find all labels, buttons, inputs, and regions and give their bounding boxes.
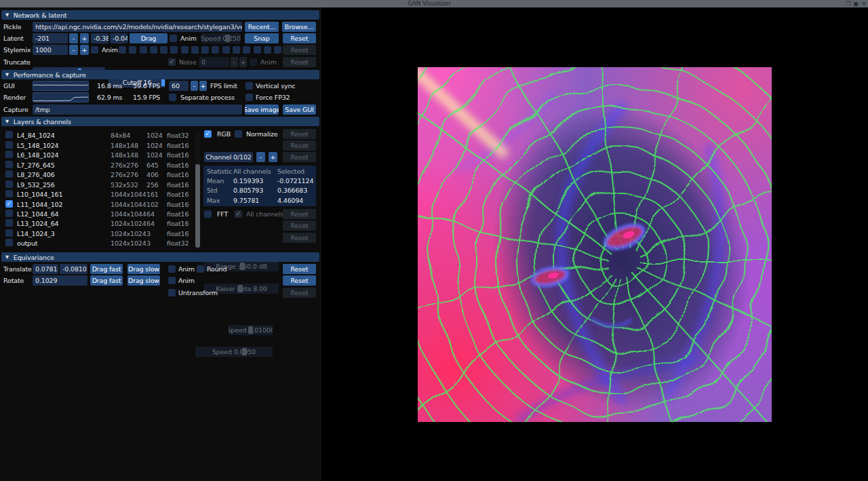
browse-button[interactable]: Browse... — [282, 22, 316, 32]
latent-anim-checkbox[interactable] — [170, 35, 177, 42]
layer-checkbox[interactable] — [5, 161, 13, 168]
stylemix-layer-checkbox-3[interactable] — [150, 46, 157, 54]
latent-y-field[interactable]: -0.04 — [110, 33, 127, 43]
window-titlebar[interactable]: GAN Visualizer ❐ ▣ ✕ — [0, 0, 868, 7]
layer-name[interactable]: L5_148_1024 — [17, 142, 59, 149]
channel-minus-button[interactable]: - — [256, 152, 265, 162]
stylemix-seed-minus-button[interactable]: - — [69, 45, 78, 55]
restore-icon[interactable]: ❐ — [846, 1, 850, 7]
section-header-equivariance[interactable]: ▼ Equivariance — [1, 252, 319, 262]
separate-process-checkbox[interactable] — [169, 94, 176, 101]
translate-reset-button[interactable]: Reset — [283, 264, 316, 274]
vsync-checkbox[interactable] — [245, 82, 253, 90]
stylemix-layer-checkbox-2[interactable] — [140, 46, 147, 54]
normalize-checkbox[interactable] — [235, 130, 242, 138]
stylemix-layer-checkbox-12[interactable] — [243, 46, 250, 54]
rotate-drag-fast-button[interactable]: Drag fast — [90, 275, 123, 286]
translate-x-field[interactable]: 0.0781 — [33, 264, 58, 274]
stylemix-layer-checkbox-9[interactable] — [212, 46, 219, 54]
layer-checkbox[interactable] — [5, 239, 13, 246]
layer-checkbox[interactable] — [5, 151, 13, 158]
latent-label: Latent — [3, 35, 24, 42]
layer-checkbox[interactable] — [5, 170, 13, 178]
stylemix-layer-checkbox-0[interactable] — [119, 46, 126, 54]
channel-plus-button[interactable]: + — [269, 152, 277, 162]
layer-checkbox[interactable] — [5, 131, 13, 138]
layer-checkbox[interactable] — [5, 210, 13, 217]
translate-round-checkbox[interactable] — [197, 265, 204, 273]
gan-output-image[interactable] — [418, 67, 772, 422]
rotate-value-field[interactable]: 0.1029 — [33, 275, 87, 286]
rotate-anim-checkbox[interactable] — [168, 277, 176, 284]
recent-button[interactable]: Recent... — [245, 22, 279, 32]
layer-name[interactable]: L9_532_256 — [17, 181, 55, 189]
channel-drag[interactable]: Channel 0/102 — [204, 152, 253, 162]
layer-name[interactable]: L11_1044_102 — [17, 201, 62, 208]
stylemix-layer-checkbox-10[interactable] — [222, 46, 230, 54]
stylemix-layer-checkbox-14[interactable] — [264, 46, 271, 54]
stylemix-layer-checkbox-4[interactable] — [160, 46, 167, 54]
latent-speed-slider[interactable]: Speed 0.250 — [201, 33, 241, 43]
rgb-checkbox[interactable] — [204, 130, 212, 138]
latent-x-field[interactable]: -0.38 — [91, 33, 108, 43]
stylemix-layer-checkbox-8[interactable] — [201, 46, 209, 54]
layer-checkbox-checked[interactable] — [5, 200, 13, 208]
layer-name[interactable]: L7_276_645 — [17, 161, 55, 169]
layer-res: 148x148 — [111, 151, 138, 159]
save-image-button[interactable]: Save image — [245, 104, 279, 115]
stylemix-layer-checkbox-1[interactable] — [129, 46, 136, 54]
force-fp32-checkbox[interactable] — [245, 94, 253, 101]
latent-drag-button[interactable]: Drag — [130, 33, 167, 43]
fps-limit-minus-button[interactable]: - — [191, 81, 198, 91]
pickle-url-input[interactable]: https://api.ngc.nvidia.com/v2/models/nvi… — [33, 22, 242, 32]
layer-name[interactable]: L6_148_1024 — [17, 151, 59, 159]
latent-seed-input[interactable]: -201 — [33, 33, 68, 43]
slider-grab[interactable] — [225, 35, 230, 42]
stylemix-seed-plus-button[interactable]: + — [80, 45, 89, 55]
translate-anim-checkbox[interactable] — [168, 265, 176, 273]
layer-name[interactable]: L12_1044_64 — [17, 210, 59, 218]
latent-snap-button[interactable]: Snap — [245, 33, 279, 43]
layer-name[interactable]: L14_1024_3 — [17, 230, 55, 237]
layer-channels: 102 — [146, 201, 159, 208]
slider-grab[interactable] — [161, 79, 165, 86]
maximize-icon[interactable]: ▣ — [854, 1, 859, 7]
layer-name[interactable]: output — [17, 239, 37, 247]
layer-list-scrollbar-thumb[interactable] — [195, 164, 200, 248]
layer-checkbox[interactable] — [5, 180, 13, 188]
rotate-drag-slow-button[interactable]: Drag slow — [127, 275, 160, 286]
layer-checkbox[interactable] — [5, 190, 13, 197]
layer-name[interactable]: L8_276_406 — [17, 171, 55, 178]
fps-limit-plus-button[interactable]: + — [199, 81, 207, 91]
fps-limit-input[interactable]: 60 — [169, 81, 189, 91]
stylemix-layer-checkbox-7[interactable] — [191, 46, 199, 54]
stylemix-anim-checkbox[interactable] — [91, 46, 98, 54]
untransform-checkbox[interactable] — [168, 289, 176, 296]
stylemix-seed-input[interactable]: 1000 — [33, 45, 68, 55]
layer-checkbox[interactable] — [5, 229, 13, 237]
latent-seed-minus-button[interactable]: - — [69, 33, 78, 43]
section-header-layers[interactable]: ▼ Layers & channels — [1, 117, 319, 126]
stylemix-layer-checkbox-5[interactable] — [170, 46, 178, 54]
layer-name[interactable]: L4_84_1024 — [17, 132, 55, 139]
section-header-network[interactable]: ▼ Network & latent — [1, 10, 319, 20]
translate-y-field[interactable]: -0.0810 — [60, 264, 87, 274]
layer-checkbox[interactable] — [5, 219, 13, 227]
stylemix-layer-checkbox-15[interactable] — [274, 46, 281, 54]
stylemix-layer-checkbox-11[interactable] — [233, 46, 240, 54]
layer-name[interactable]: L13_1024_64 — [17, 220, 59, 227]
latent-reset-button[interactable]: Reset — [283, 33, 316, 43]
stylemix-layer-checkbox-13[interactable] — [254, 46, 261, 54]
section-header-performance[interactable]: ▼ Performance & capture — [1, 70, 319, 79]
capture-path-input[interactable]: /tmp — [33, 104, 242, 115]
latent-seed-plus-button[interactable]: + — [80, 33, 89, 43]
save-gui-button[interactable]: Save GUI — [283, 104, 316, 115]
layer-checkbox[interactable] — [5, 141, 13, 149]
translate-drag-fast-button[interactable]: Drag fast — [90, 264, 123, 274]
close-icon[interactable]: ✕ — [861, 1, 866, 7]
stylemix-layer-checkbox-6[interactable] — [181, 46, 189, 54]
translate-drag-slow-button[interactable]: Drag slow — [127, 264, 160, 274]
rotate-reset-button[interactable]: Reset — [283, 275, 316, 286]
fft-checkbox[interactable] — [204, 210, 212, 218]
layer-name[interactable]: L10_1044_161 — [17, 191, 62, 198]
